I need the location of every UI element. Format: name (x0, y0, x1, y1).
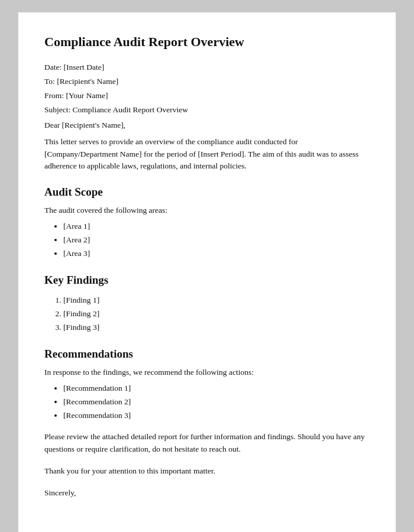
meta-to: To: [Recipient's Name] (44, 77, 370, 86)
list-item: [Area 3] (63, 247, 370, 261)
recommendations-intro: In response to the findings, we recommen… (44, 368, 370, 377)
meta-subject: Subject: Compliance Audit Report Overvie… (44, 105, 370, 115)
document-container: Compliance Audit Report Overview Date: [… (18, 12, 396, 532)
intro-paragraph: This letter serves to provide an overvie… (44, 136, 370, 173)
closing-paragraph-1: Please review the attached detailed repo… (44, 431, 370, 456)
recommendations-heading: Recommendations (44, 348, 370, 361)
audit-scope-heading: Audit Scope (44, 186, 370, 199)
list-item: [Finding 2] (63, 307, 370, 321)
list-item: [Area 2] (63, 233, 370, 247)
list-item: [Finding 1] (63, 294, 370, 307)
sincerely-line: Sincerely, (44, 487, 370, 499)
list-item: [Recommendation 2] (63, 395, 370, 409)
audit-scope-list: [Area 1] [Area 2] [Area 3] (63, 220, 370, 261)
recommendations-list: [Recommendation 1] [Recommendation 2] [R… (63, 382, 370, 423)
list-item: [Recommendation 3] (63, 409, 370, 423)
document-title: Compliance Audit Report Overview (44, 34, 370, 51)
list-item: [Area 1] (63, 220, 370, 233)
closing-paragraph-2: Thank you for your attention to this imp… (44, 465, 370, 478)
meta-date: Date: [Insert Date] (44, 63, 370, 72)
meta-from: From: [Your Name] (44, 91, 370, 100)
list-item: [Recommendation 1] (63, 382, 370, 395)
audit-scope-intro: The audit covered the following areas: (44, 206, 370, 215)
dear-line: Dear [Recipient's Name], (44, 121, 370, 130)
key-findings-heading: Key Findings (44, 274, 370, 287)
list-item: [Finding 3] (63, 321, 370, 335)
key-findings-list: [Finding 1] [Finding 2] [Finding 3] (63, 294, 370, 335)
